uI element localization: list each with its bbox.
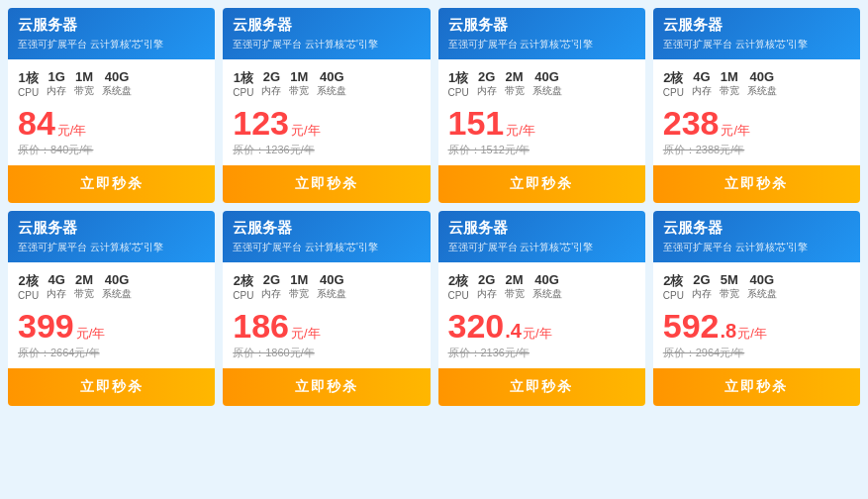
spec-label: 系统盘 <box>317 287 346 301</box>
spec-value: 40G <box>750 272 775 287</box>
spec-label: CPU <box>448 290 469 301</box>
price-main: 186元/年 <box>233 309 420 343</box>
spec-value: 2G <box>478 69 495 84</box>
card-title: 云服务器 <box>18 219 205 238</box>
buy-button[interactable]: 立即秒杀 <box>438 368 645 406</box>
price-amount: 123 <box>233 106 289 140</box>
spec-item: 1M带宽 <box>289 69 309 98</box>
spec-label: 系统盘 <box>532 84 562 98</box>
spec-label: CPU <box>233 290 253 301</box>
card-title: 云服务器 <box>448 16 635 35</box>
spec-value: 40G <box>105 272 130 287</box>
spec-value: 40G <box>320 272 344 287</box>
card-header: 云服务器至强可扩展平台 云计算核'芯'引擎 <box>223 211 430 262</box>
spec-item: 2G内存 <box>477 272 497 301</box>
spec-value: 2G <box>263 69 280 84</box>
card-header: 云服务器至强可扩展平台 云计算核'芯'引擎 <box>223 8 430 59</box>
buy-button[interactable]: 立即秒杀 <box>223 368 430 406</box>
buy-button[interactable]: 立即秒杀 <box>653 165 860 203</box>
spec-label: 带宽 <box>505 84 525 98</box>
product-card-1: 云服务器至强可扩展平台 云计算核'芯'引擎1核CPU1G内存1M带宽40G系统盘… <box>8 8 215 203</box>
specs-row: 2核CPU2G内存2M带宽40G系统盘 <box>448 272 635 301</box>
spec-value: 2G <box>693 272 710 287</box>
spec-value: 40G <box>534 69 559 84</box>
card-header: 云服务器至强可扩展平台 云计算核'芯'引擎 <box>438 211 645 262</box>
spec-item: 40G系统盘 <box>102 272 132 301</box>
spec-label: CPU <box>18 87 39 98</box>
spec-item: 40G系统盘 <box>102 69 132 98</box>
price-original: 原价：2136元/年 <box>448 346 635 360</box>
spec-label: 内存 <box>477 287 497 301</box>
spec-item: 1核CPU <box>233 69 253 98</box>
spec-value: 2核 <box>18 272 38 290</box>
spec-label: 内存 <box>692 84 712 98</box>
price-amount: 592 <box>663 309 720 343</box>
card-body: 2核CPU4G内存1M带宽40G系统盘238元/年原价：2388元/年 <box>653 59 860 165</box>
card-body: 2核CPU2G内存1M带宽40G系统盘186元/年原价：1860元/年 <box>223 262 430 368</box>
card-body: 1核CPU1G内存1M带宽40G系统盘84元/年原价：840元/年 <box>8 59 215 165</box>
spec-item: 2G内存 <box>477 69 497 98</box>
card-title: 云服务器 <box>663 16 850 35</box>
card-subtitle: 至强可扩展平台 云计算核'芯'引擎 <box>233 241 420 254</box>
price-main: 84元/年 <box>18 106 205 140</box>
spec-label: 带宽 <box>74 287 94 301</box>
card-subtitle: 至强可扩展平台 云计算核'芯'引擎 <box>663 241 850 254</box>
spec-label: 内存 <box>47 84 66 98</box>
specs-row: 2核CPU2G内存5M带宽40G系统盘 <box>663 272 850 301</box>
card-subtitle: 至强可扩展平台 云计算核'芯'引擎 <box>448 38 635 51</box>
spec-value: 40G <box>534 272 559 287</box>
price-main: 151元/年 <box>448 106 635 140</box>
product-card-2: 云服务器至强可扩展平台 云计算核'芯'引擎1核CPU2G内存1M带宽40G系统盘… <box>223 8 430 203</box>
spec-value: 2M <box>75 272 93 287</box>
spec-item: 2核CPU <box>663 69 684 98</box>
buy-button[interactable]: 立即秒杀 <box>8 165 215 203</box>
price-amount: 84 <box>18 106 55 140</box>
spec-value: 4G <box>693 69 710 84</box>
card-body: 2核CPU4G内存2M带宽40G系统盘399元/年原价：2664元/年 <box>8 262 215 368</box>
spec-value: 40G <box>320 69 344 84</box>
card-body: 1核CPU2G内存1M带宽40G系统盘123元/年原价：1236元/年 <box>223 59 430 165</box>
product-card-6: 云服务器至强可扩展平台 云计算核'芯'引擎2核CPU2G内存1M带宽40G系统盘… <box>223 211 430 406</box>
card-body: 2核CPU2G内存5M带宽40G系统盘592.8元/年原价：2964元/年 <box>653 262 860 368</box>
price-unit: 元/年 <box>76 325 106 343</box>
spec-label: 带宽 <box>720 84 739 98</box>
buy-button[interactable]: 立即秒杀 <box>653 368 860 406</box>
price-amount: 186 <box>233 309 289 343</box>
spec-item: 40G系统盘 <box>747 272 777 301</box>
spec-value: 2核 <box>234 272 253 290</box>
spec-label: CPU <box>663 290 684 301</box>
product-card-7: 云服务器至强可扩展平台 云计算核'芯'引擎2核CPU2G内存2M带宽40G系统盘… <box>438 211 645 406</box>
buy-button[interactable]: 立即秒杀 <box>438 165 645 203</box>
spec-item: 2M带宽 <box>505 272 525 301</box>
card-body: 2核CPU2G内存2M带宽40G系统盘320.4元/年原价：2136元/年 <box>438 262 645 368</box>
price-original: 原价：1860元/年 <box>233 346 420 360</box>
price-decimal: .4 <box>505 320 522 343</box>
spec-value: 2G <box>478 272 495 287</box>
specs-row: 2核CPU2G内存1M带宽40G系统盘 <box>233 272 420 301</box>
price-amount: 399 <box>18 309 74 343</box>
card-title: 云服务器 <box>233 16 420 35</box>
specs-row: 1核CPU1G内存1M带宽40G系统盘 <box>18 69 205 98</box>
buy-button[interactable]: 立即秒杀 <box>223 165 430 203</box>
card-title: 云服务器 <box>233 219 420 238</box>
card-header: 云服务器至强可扩展平台 云计算核'芯'引擎 <box>653 211 860 262</box>
spec-item: 1M带宽 <box>289 272 309 301</box>
card-header: 云服务器至强可扩展平台 云计算核'芯'引擎 <box>8 211 215 262</box>
spec-item: 2G内存 <box>692 272 712 301</box>
spec-label: 系统盘 <box>747 287 777 301</box>
spec-label: 内存 <box>47 287 66 301</box>
buy-button[interactable]: 立即秒杀 <box>8 368 215 406</box>
spec-value: 2核 <box>663 272 683 290</box>
spec-item: 40G系统盘 <box>317 69 346 98</box>
price-unit: 元/年 <box>291 122 321 140</box>
specs-row: 2核CPU4G内存2M带宽40G系统盘 <box>18 272 205 301</box>
spec-value: 1M <box>75 69 93 84</box>
price-unit: 元/年 <box>291 325 321 343</box>
spec-label: CPU <box>448 87 469 98</box>
spec-item: 1M带宽 <box>720 69 739 98</box>
spec-label: 内存 <box>477 84 497 98</box>
spec-item: 2M带宽 <box>505 69 525 98</box>
spec-label: 系统盘 <box>747 84 777 98</box>
spec-item: 40G系统盘 <box>317 272 346 301</box>
spec-item: 4G内存 <box>692 69 712 98</box>
